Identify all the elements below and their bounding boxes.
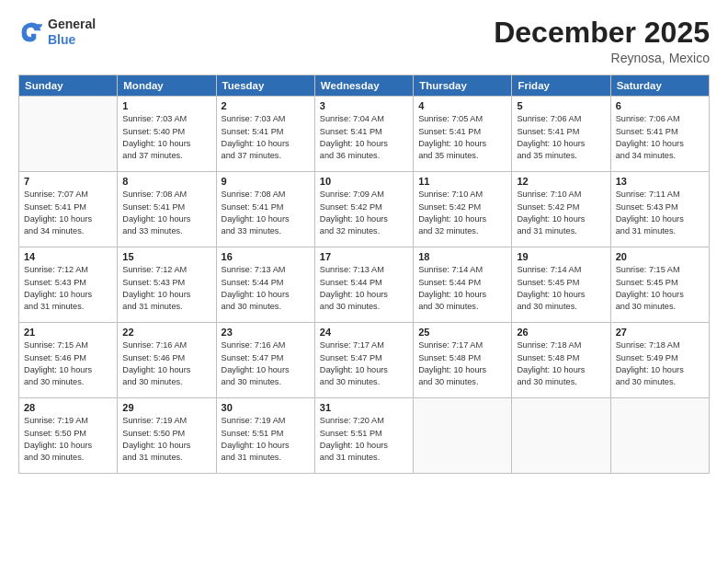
week-row-3: 14Sunrise: 7:12 AMSunset: 5:43 PMDayligh… bbox=[19, 247, 710, 323]
day-info: Sunrise: 7:17 AMSunset: 5:47 PMDaylight:… bbox=[320, 339, 408, 388]
weekday-saturday: Saturday bbox=[610, 75, 709, 97]
day-number: 15 bbox=[122, 251, 210, 262]
weekday-friday: Friday bbox=[512, 75, 610, 97]
calendar-cell: 8Sunrise: 7:08 AMSunset: 5:41 PMDaylight… bbox=[118, 172, 216, 247]
calendar-table: SundayMondayTuesdayWednesdayThursdayFrid… bbox=[18, 75, 710, 474]
day-number: 9 bbox=[222, 176, 310, 187]
day-info: Sunrise: 7:15 AMSunset: 5:45 PMDaylight:… bbox=[616, 264, 704, 313]
logo-blue: Blue bbox=[48, 32, 96, 48]
calendar-cell: 9Sunrise: 7:08 AMSunset: 5:41 PMDaylight… bbox=[216, 172, 314, 247]
day-info: Sunrise: 7:15 AMSunset: 5:46 PMDaylight:… bbox=[24, 339, 112, 388]
day-info: Sunrise: 7:06 AMSunset: 5:41 PMDaylight:… bbox=[517, 113, 605, 162]
logo-icon bbox=[18, 19, 44, 45]
calendar-cell: 12Sunrise: 7:10 AMSunset: 5:42 PMDayligh… bbox=[512, 172, 610, 247]
calendar-cell: 19Sunrise: 7:14 AMSunset: 5:45 PMDayligh… bbox=[512, 247, 610, 323]
day-number: 12 bbox=[517, 176, 605, 187]
calendar-cell: 18Sunrise: 7:14 AMSunset: 5:44 PMDayligh… bbox=[414, 247, 512, 323]
day-number: 19 bbox=[517, 251, 605, 262]
calendar-cell: 26Sunrise: 7:18 AMSunset: 5:48 PMDayligh… bbox=[512, 323, 610, 398]
day-info: Sunrise: 7:12 AMSunset: 5:43 PMDaylight:… bbox=[24, 264, 112, 313]
calendar-cell: 20Sunrise: 7:15 AMSunset: 5:45 PMDayligh… bbox=[610, 247, 709, 323]
day-info: Sunrise: 7:03 AMSunset: 5:40 PMDaylight:… bbox=[122, 113, 210, 162]
day-number: 27 bbox=[616, 327, 704, 338]
day-info: Sunrise: 7:10 AMSunset: 5:42 PMDaylight:… bbox=[418, 189, 506, 237]
weekday-sunday: Sunday bbox=[19, 75, 118, 97]
day-info: Sunrise: 7:07 AMSunset: 5:41 PMDaylight:… bbox=[24, 189, 112, 237]
day-number: 17 bbox=[320, 251, 408, 262]
day-number: 6 bbox=[616, 100, 704, 111]
day-number: 20 bbox=[616, 251, 704, 262]
day-number: 8 bbox=[122, 176, 210, 187]
day-info: Sunrise: 7:06 AMSunset: 5:41 PMDaylight:… bbox=[616, 113, 704, 162]
day-info: Sunrise: 7:04 AMSunset: 5:41 PMDaylight:… bbox=[320, 113, 408, 162]
day-info: Sunrise: 7:12 AMSunset: 5:43 PMDaylight:… bbox=[122, 264, 210, 313]
day-number: 3 bbox=[320, 100, 408, 111]
calendar-cell: 27Sunrise: 7:18 AMSunset: 5:49 PMDayligh… bbox=[610, 323, 709, 398]
calendar-cell: 14Sunrise: 7:12 AMSunset: 5:43 PMDayligh… bbox=[19, 247, 118, 323]
weekday-tuesday: Tuesday bbox=[216, 75, 314, 97]
calendar-cell bbox=[610, 398, 709, 474]
weekday-wednesday: Wednesday bbox=[314, 75, 413, 97]
day-number: 26 bbox=[517, 327, 605, 338]
calendar-cell: 22Sunrise: 7:16 AMSunset: 5:46 PMDayligh… bbox=[118, 323, 216, 398]
calendar-cell: 21Sunrise: 7:15 AMSunset: 5:46 PMDayligh… bbox=[19, 323, 118, 398]
calendar-cell: 24Sunrise: 7:17 AMSunset: 5:47 PMDayligh… bbox=[314, 323, 413, 398]
calendar-cell: 30Sunrise: 7:19 AMSunset: 5:51 PMDayligh… bbox=[216, 398, 314, 474]
day-info: Sunrise: 7:19 AMSunset: 5:51 PMDaylight:… bbox=[222, 415, 310, 464]
day-number: 10 bbox=[320, 176, 408, 187]
day-info: Sunrise: 7:14 AMSunset: 5:44 PMDaylight:… bbox=[418, 264, 506, 313]
title-block: December 2025 Reynosa, Mexico bbox=[494, 17, 710, 65]
calendar-title: December 2025 bbox=[494, 17, 710, 49]
calendar-cell: 5Sunrise: 7:06 AMSunset: 5:41 PMDaylight… bbox=[512, 97, 610, 172]
day-number: 30 bbox=[222, 402, 310, 413]
calendar-cell bbox=[512, 398, 610, 474]
day-number: 25 bbox=[418, 327, 506, 338]
calendar-cell: 29Sunrise: 7:19 AMSunset: 5:50 PMDayligh… bbox=[118, 398, 216, 474]
day-number: 14 bbox=[24, 251, 112, 262]
logo: General Blue bbox=[18, 17, 96, 48]
week-row-4: 21Sunrise: 7:15 AMSunset: 5:46 PMDayligh… bbox=[19, 323, 710, 398]
day-number: 18 bbox=[418, 251, 506, 262]
day-info: Sunrise: 7:16 AMSunset: 5:47 PMDaylight:… bbox=[222, 339, 310, 388]
day-info: Sunrise: 7:18 AMSunset: 5:48 PMDaylight:… bbox=[517, 339, 605, 388]
day-number: 28 bbox=[24, 402, 112, 413]
calendar-cell: 6Sunrise: 7:06 AMSunset: 5:41 PMDaylight… bbox=[610, 97, 709, 172]
page: General Blue December 2025 Reynosa, Mexi… bbox=[0, 0, 728, 563]
week-row-5: 28Sunrise: 7:19 AMSunset: 5:50 PMDayligh… bbox=[19, 398, 710, 474]
day-info: Sunrise: 7:20 AMSunset: 5:51 PMDaylight:… bbox=[320, 415, 408, 464]
day-info: Sunrise: 7:08 AMSunset: 5:41 PMDaylight:… bbox=[122, 189, 210, 237]
day-number: 24 bbox=[320, 327, 408, 338]
day-number: 22 bbox=[122, 327, 210, 338]
calendar-cell: 2Sunrise: 7:03 AMSunset: 5:41 PMDaylight… bbox=[216, 97, 314, 172]
calendar-cell: 16Sunrise: 7:13 AMSunset: 5:44 PMDayligh… bbox=[216, 247, 314, 323]
day-info: Sunrise: 7:16 AMSunset: 5:46 PMDaylight:… bbox=[122, 339, 210, 388]
header: General Blue December 2025 Reynosa, Mexi… bbox=[18, 17, 710, 65]
calendar-cell: 23Sunrise: 7:16 AMSunset: 5:47 PMDayligh… bbox=[216, 323, 314, 398]
calendar-cell: 3Sunrise: 7:04 AMSunset: 5:41 PMDaylight… bbox=[314, 97, 413, 172]
day-info: Sunrise: 7:17 AMSunset: 5:48 PMDaylight:… bbox=[418, 339, 506, 388]
day-info: Sunrise: 7:19 AMSunset: 5:50 PMDaylight:… bbox=[122, 415, 210, 464]
calendar-cell: 15Sunrise: 7:12 AMSunset: 5:43 PMDayligh… bbox=[118, 247, 216, 323]
weekday-thursday: Thursday bbox=[414, 75, 512, 97]
calendar-cell: 31Sunrise: 7:20 AMSunset: 5:51 PMDayligh… bbox=[314, 398, 413, 474]
day-number: 13 bbox=[616, 176, 704, 187]
calendar-cell: 1Sunrise: 7:03 AMSunset: 5:40 PMDaylight… bbox=[118, 97, 216, 172]
calendar-cell bbox=[19, 97, 118, 172]
weekday-header-row: SundayMondayTuesdayWednesdayThursdayFrid… bbox=[19, 75, 710, 97]
day-info: Sunrise: 7:14 AMSunset: 5:45 PMDaylight:… bbox=[517, 264, 605, 313]
calendar-cell: 7Sunrise: 7:07 AMSunset: 5:41 PMDaylight… bbox=[19, 172, 118, 247]
week-row-2: 7Sunrise: 7:07 AMSunset: 5:41 PMDaylight… bbox=[19, 172, 710, 247]
day-info: Sunrise: 7:03 AMSunset: 5:41 PMDaylight:… bbox=[222, 113, 310, 162]
week-row-1: 1Sunrise: 7:03 AMSunset: 5:40 PMDaylight… bbox=[19, 97, 710, 172]
day-info: Sunrise: 7:08 AMSunset: 5:41 PMDaylight:… bbox=[222, 189, 310, 237]
day-number: 21 bbox=[24, 327, 112, 338]
day-info: Sunrise: 7:11 AMSunset: 5:43 PMDaylight:… bbox=[616, 189, 704, 237]
calendar-subtitle: Reynosa, Mexico bbox=[494, 51, 710, 65]
calendar-cell: 17Sunrise: 7:13 AMSunset: 5:44 PMDayligh… bbox=[314, 247, 413, 323]
calendar-cell: 11Sunrise: 7:10 AMSunset: 5:42 PMDayligh… bbox=[414, 172, 512, 247]
day-info: Sunrise: 7:09 AMSunset: 5:42 PMDaylight:… bbox=[320, 189, 408, 237]
weekday-monday: Monday bbox=[118, 75, 216, 97]
day-number: 1 bbox=[122, 100, 210, 111]
day-info: Sunrise: 7:18 AMSunset: 5:49 PMDaylight:… bbox=[616, 339, 704, 388]
calendar-cell: 4Sunrise: 7:05 AMSunset: 5:41 PMDaylight… bbox=[414, 97, 512, 172]
